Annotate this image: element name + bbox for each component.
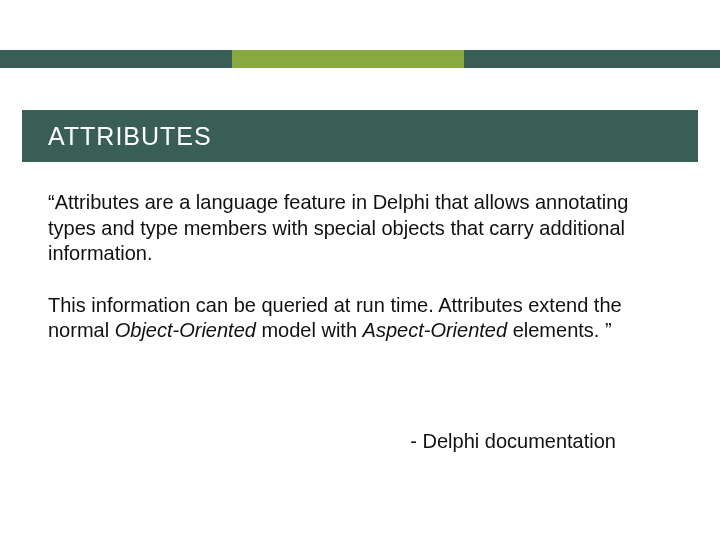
p2-italic-2: Aspect-Oriented <box>363 319 508 341</box>
accent-seg-3 <box>464 50 720 68</box>
accent-seg-1 <box>0 50 232 68</box>
p2-italic-1: Object-Oriented <box>115 319 256 341</box>
paragraph-1: “Attributes are a language feature in De… <box>48 190 648 267</box>
page-title: ATTRIBUTES <box>48 122 212 151</box>
accent-bar <box>0 50 720 68</box>
title-band: ATTRIBUTES <box>22 110 698 162</box>
attribution: - Delphi documentation <box>0 430 676 453</box>
paragraph-2: This information can be queried at run t… <box>48 293 648 344</box>
accent-seg-2 <box>232 50 464 68</box>
body-text: “Attributes are a language feature in De… <box>48 190 648 370</box>
p2-post: elements. ” <box>507 319 611 341</box>
p2-mid: model with <box>256 319 363 341</box>
